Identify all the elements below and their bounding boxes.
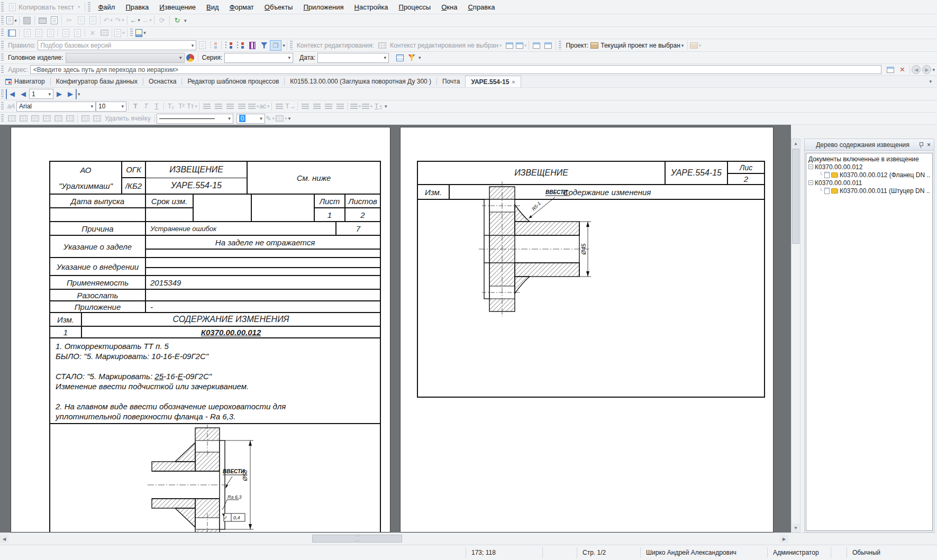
align-center-button[interactable] xyxy=(213,101,224,112)
add-row-button[interactable] xyxy=(79,113,91,124)
import-button[interactable]: ←▾ xyxy=(129,15,141,26)
menu-file[interactable]: Файл xyxy=(93,2,120,12)
chevron-down-icon[interactable]: ▾ xyxy=(188,43,194,48)
collapse-icon[interactable]: − xyxy=(808,180,813,185)
card-view-button[interactable] xyxy=(6,27,17,38)
history-forward-button[interactable]: ▶ xyxy=(922,65,931,74)
menu-processes[interactable]: Процессы xyxy=(394,2,436,12)
cut-button[interactable]: ✂ xyxy=(63,15,75,26)
chevron-down-icon[interactable]: ▾ xyxy=(285,116,287,121)
line-style-combobox[interactable]: ▾ xyxy=(157,114,233,124)
chevron-down-icon[interactable]: ▾ xyxy=(681,43,684,48)
unblock-document-button[interactable] xyxy=(71,27,83,38)
chevron-down-icon[interactable]: ▾ xyxy=(499,43,502,48)
context-open-button[interactable] xyxy=(531,40,542,51)
close-panel-icon[interactable]: × xyxy=(927,141,931,149)
paste-button[interactable] xyxy=(87,15,98,26)
chevron-down-icon[interactable]: ▾ xyxy=(380,55,386,60)
menu-settings[interactable]: Настройка xyxy=(349,2,394,12)
menu-applications[interactable]: Приложения xyxy=(298,2,349,12)
vertical-scroll-thumb[interactable] xyxy=(792,149,799,244)
copy-button[interactable] xyxy=(75,15,87,26)
context-grid-button[interactable] xyxy=(376,40,388,51)
edit-context-dropdown[interactable]: Контекст редактирования не выбран▾ xyxy=(388,40,504,50)
tab-db-configurator[interactable]: Конфигуратор базы данных xyxy=(51,76,143,87)
head-product-combobox[interactable]: ▾ xyxy=(66,53,185,63)
menu-view[interactable]: Вид xyxy=(201,2,224,12)
script-button[interactable]: ▾ xyxy=(135,27,147,38)
chevron-down-icon[interactable]: ▾ xyxy=(267,104,270,109)
chevron-down-icon[interactable]: ▾ xyxy=(359,104,361,109)
series-combobox[interactable]: ▾ xyxy=(224,53,293,63)
history-back-button[interactable]: ◀ xyxy=(912,65,921,74)
chevron-down-icon[interactable]: ▾ xyxy=(257,116,262,121)
address-input[interactable] xyxy=(30,65,882,74)
insert-row-above-button[interactable] xyxy=(6,113,17,124)
print-preview-button[interactable] xyxy=(48,15,60,26)
highlight-color-button[interactable]: ▾ xyxy=(361,101,373,112)
chevron-down-icon[interactable]: ▾ xyxy=(176,55,182,60)
horizontal-scroll-track[interactable]: ◀ ⋮⋮ ▶ xyxy=(0,534,788,544)
structure-tree-alt-button[interactable] xyxy=(235,40,247,51)
tree-node-k011[interactable]: − К0370.00.00.011 xyxy=(808,179,930,187)
chevron-down-icon[interactable]: ▾ xyxy=(379,104,382,109)
chevron-down-icon[interactable]: ▾ xyxy=(272,116,275,121)
tab-process-templates[interactable]: Редактор шаблонов процессов xyxy=(182,76,284,87)
tree-node-k012-doc[interactable]: └ К0370.00.00.012 (Фланец DN ... xyxy=(808,171,930,179)
font-style-icon[interactable]: аА xyxy=(6,101,16,112)
text-direction-button[interactable]: Т→ xyxy=(285,101,296,112)
toolbar-grip[interactable] xyxy=(1,41,4,49)
menu-format[interactable]: Формат xyxy=(224,2,259,12)
bulleted-list-button[interactable] xyxy=(311,101,323,112)
align-right-button[interactable] xyxy=(224,101,236,112)
page-number-combobox[interactable]: 1▾ xyxy=(29,89,53,99)
toolbar-overflow-icon[interactable]: ▾ xyxy=(283,43,285,48)
chevron-down-icon[interactable]: ▾ xyxy=(14,18,17,23)
toolbar-grip[interactable] xyxy=(1,2,4,12)
document-horizontal-scrollbar[interactable]: ◀ ⋮⋮ ▶ xyxy=(0,533,937,545)
insert-row-below-button[interactable] xyxy=(17,113,29,124)
insert-column-left-button[interactable] xyxy=(29,113,41,124)
first-page-button[interactable]: ◀ xyxy=(6,89,17,99)
underline-button[interactable]: Т xyxy=(151,101,162,112)
text-color-button[interactable]: Т▾ xyxy=(373,101,384,112)
delete-button[interactable]: ✕ xyxy=(87,27,98,38)
numbered-list-button[interactable] xyxy=(299,101,311,112)
address-go-button[interactable] xyxy=(885,65,896,75)
pen-color-button[interactable]: ✎▾ xyxy=(265,113,276,124)
project-settings-button[interactable]: ▾ xyxy=(689,40,701,51)
toolbar-overflow-icon[interactable]: ▾ xyxy=(78,91,80,97)
structure-tree-button[interactable] xyxy=(223,40,235,51)
save-button[interactable] xyxy=(21,15,33,26)
scroll-left-button[interactable]: ◀ xyxy=(0,535,8,543)
tree-node-k012[interactable]: − К0370.00.00.012 xyxy=(808,163,930,171)
product-filter-button[interactable] xyxy=(406,52,417,63)
tab-uare-554-15[interactable]: УАРЕ.554-15 × xyxy=(465,76,521,87)
horizontal-scroll-thumb[interactable]: ⋮⋮ xyxy=(312,535,402,543)
tab-osnastka[interactable]: Оснастка xyxy=(143,76,181,87)
toolbar-grip[interactable] xyxy=(1,66,4,74)
toolbar-grip[interactable] xyxy=(559,41,561,49)
delete-cell-button[interactable]: Удалить ячейку xyxy=(105,115,151,122)
chevron-down-icon[interactable]: ▾ xyxy=(78,4,80,10)
share-button[interactable] xyxy=(208,40,220,51)
undo-button[interactable]: ↶▾ xyxy=(102,15,114,26)
chevron-down-icon[interactable]: ▾ xyxy=(138,18,140,23)
align-left-button[interactable] xyxy=(201,101,213,112)
fill-color-button[interactable]: ▾ xyxy=(350,101,361,112)
compare-versions-button[interactable] xyxy=(247,40,258,51)
table-button[interactable] xyxy=(98,27,110,38)
italic-button[interactable]: Т xyxy=(141,101,151,112)
menu-windows[interactable]: Окна xyxy=(436,2,462,12)
tab-k0155[interactable]: К0155.13.00.000 (Заглушка поворотная Ду … xyxy=(285,76,436,87)
toolbar-overflow-icon[interactable]: ▾ xyxy=(288,116,291,121)
toolbar-grip[interactable] xyxy=(130,29,133,36)
notice-sheet-2[interactable]: ИЗВЕЩЕНИЕ УАРЕ.554-15 Лис 2 Изм. Содержа… xyxy=(400,127,774,533)
chevron-down-icon[interactable]: ▾ xyxy=(122,18,124,23)
chevron-down-icon[interactable]: ▾ xyxy=(257,104,259,109)
chevron-down-icon[interactable]: ▾ xyxy=(45,91,51,97)
toolbar-overflow-icon[interactable]: ▾ xyxy=(419,55,421,60)
toolbar-grip[interactable] xyxy=(1,29,4,36)
subscript-button[interactable]: Т₂ xyxy=(166,101,176,112)
refresh-button[interactable]: ⟳ xyxy=(156,15,168,26)
